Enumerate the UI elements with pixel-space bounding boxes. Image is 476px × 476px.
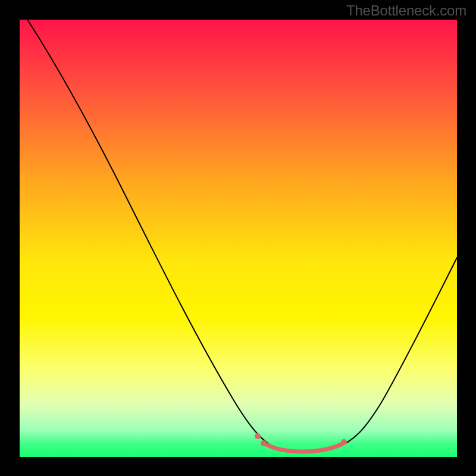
curve-layer (20, 20, 457, 457)
bottleneck-curve (20, 8, 457, 453)
marker-dot-left-1 (255, 433, 261, 439)
minimum-band (267, 444, 341, 452)
watermark-text: TheBottleneck.com (346, 2, 466, 19)
plot-area (20, 20, 457, 457)
marker-dot-left-2 (261, 440, 267, 446)
marker-dot-right-1 (341, 439, 347, 445)
chart-frame: TheBottleneck.com (0, 0, 476, 476)
